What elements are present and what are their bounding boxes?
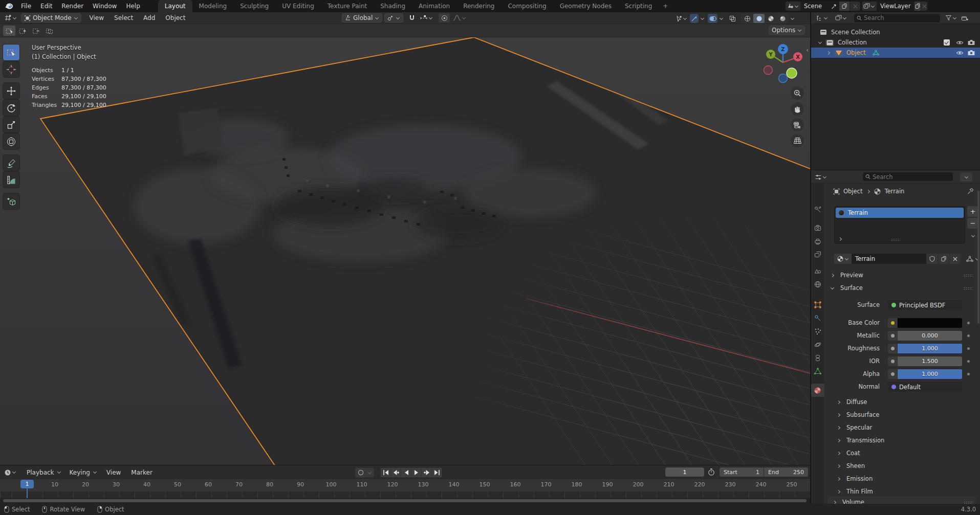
viewlayer-browse-button[interactable]: [862, 2, 877, 11]
properties-options-button[interactable]: [960, 172, 972, 182]
animate-dot[interactable]: [967, 360, 970, 363]
normal-selector[interactable]: Default: [888, 382, 962, 392]
current-frame-field[interactable]: 1: [665, 467, 704, 477]
app-menu-item[interactable]: Window: [88, 0, 121, 12]
viewlayer-remove-button[interactable]: [921, 2, 927, 11]
app-menu-item[interactable]: File: [16, 0, 36, 12]
animate-dot[interactable]: [967, 373, 970, 375]
properties-material-tab[interactable]: [811, 384, 824, 397]
outliner-filter-type[interactable]: [834, 13, 848, 23]
properties-render-tab[interactable]: [811, 222, 824, 234]
base-color-swatch[interactable]: [898, 318, 962, 328]
animate-dot[interactable]: [967, 347, 970, 350]
properties-search[interactable]: [863, 172, 953, 181]
proportional-falloff-selector[interactable]: [452, 13, 467, 23]
alpha-slider[interactable]: 1.000: [898, 369, 962, 379]
properties-tool-tab[interactable]: [811, 204, 824, 216]
scene-browse-button[interactable]: [786, 2, 800, 11]
alpha-socket[interactable]: [888, 369, 897, 379]
pivot-point-selector[interactable]: [384, 13, 403, 23]
scene-name[interactable]: Scene: [800, 3, 829, 10]
snap-target-selector[interactable]: [419, 13, 434, 23]
properties-search-input[interactable]: [873, 173, 950, 181]
material-subsection-header[interactable]: Transmission: [836, 435, 973, 446]
material-unlink-button[interactable]: [950, 254, 960, 264]
workspace-tab[interactable]: Geometry Nodes: [553, 0, 618, 12]
autokey-options[interactable]: [366, 468, 374, 477]
outliner-row-object[interactable]: Object: [811, 48, 980, 58]
cursor-tool[interactable]: [3, 61, 19, 77]
properties-physics-tab[interactable]: [811, 339, 824, 351]
shading-wireframe-button[interactable]: [742, 14, 753, 23]
timeline-editor-type-button[interactable]: [3, 468, 17, 477]
material-copy-button[interactable]: [938, 254, 949, 264]
viewlayer-copy-button[interactable]: [914, 2, 921, 11]
collection-render-icon[interactable]: [968, 39, 975, 46]
gizmos-dropdown[interactable]: [700, 16, 705, 21]
material-subsection-header[interactable]: Emission: [836, 473, 973, 484]
blender-logo-icon[interactable]: [5, 3, 13, 10]
volume-panel-header[interactable]: Volume: [828, 497, 976, 504]
material-slot-list[interactable]: Terrain: [834, 206, 965, 244]
workspace-tab[interactable]: UV Editing: [275, 0, 321, 12]
material-name-field[interactable]: Terrain: [852, 254, 926, 264]
properties-constraints-tab[interactable]: [811, 352, 824, 364]
play-button[interactable]: [411, 468, 421, 477]
workspace-tab[interactable]: Rendering: [456, 0, 501, 12]
metallic-slider[interactable]: 0.000: [898, 331, 962, 341]
properties-scrollbar[interactable]: [977, 191, 979, 324]
breadcrumb-material[interactable]: Terrain: [884, 188, 904, 195]
scale-tool[interactable]: [3, 117, 19, 132]
properties-object-tab[interactable]: [811, 299, 824, 311]
shading-solid-button[interactable]: [753, 14, 765, 23]
scene-copy-button[interactable]: [839, 2, 850, 11]
viewport-menu-item[interactable]: Select: [109, 14, 138, 21]
breadcrumb-object[interactable]: Object: [843, 188, 862, 195]
auto-keyframe-toggle[interactable]: [356, 468, 365, 477]
animate-dot[interactable]: [967, 334, 970, 337]
fake-user-button[interactable]: [926, 254, 938, 264]
frame-end-field[interactable]: End 250: [764, 467, 808, 477]
select-mode-extend-button[interactable]: [16, 26, 29, 36]
collection-expand-icon[interactable]: [818, 40, 822, 45]
shading-rendered-button[interactable]: [777, 14, 788, 23]
outliner-search[interactable]: [854, 14, 940, 23]
object-expand-icon[interactable]: [826, 51, 831, 55]
snap-toggle[interactable]: [407, 13, 417, 23]
timeline-tick-band[interactable]: [0, 491, 810, 498]
properties-data-tab[interactable]: [811, 365, 824, 377]
jump-to-start-button[interactable]: [381, 468, 390, 477]
select-mode-set-button[interactable]: [3, 26, 15, 36]
slot-list-resize-grip[interactable]: [891, 238, 900, 241]
app-menu-item[interactable]: Render: [57, 0, 88, 12]
options-button[interactable]: Options: [769, 26, 805, 35]
editor-type-button[interactable]: [3, 13, 18, 23]
workspace-tab[interactable]: Scripting: [618, 0, 659, 12]
keying-menu[interactable]: Keying: [66, 469, 101, 476]
metallic-socket[interactable]: [888, 331, 897, 341]
app-menu-item[interactable]: Help: [121, 0, 144, 12]
outliner-search-input[interactable]: [864, 14, 938, 21]
playhead-badge[interactable]: 1: [20, 480, 34, 488]
move-tool[interactable]: [3, 83, 19, 99]
outliner-display-mode[interactable]: [815, 13, 829, 23]
frame-start-field[interactable]: Start 1: [720, 467, 764, 477]
material-subsection-header[interactable]: Specular: [836, 422, 973, 433]
selectability-visibility-selector[interactable]: [674, 14, 688, 23]
rotate-tool[interactable]: [3, 100, 19, 116]
shading-material-button[interactable]: [765, 14, 776, 23]
gizmos-toggle[interactable]: [690, 14, 699, 23]
workspace-tab[interactable]: Layout: [158, 0, 192, 12]
properties-scene-tab[interactable]: [811, 265, 824, 277]
collection-hide-icon[interactable]: [956, 40, 964, 46]
overlays-toggle[interactable]: [708, 14, 717, 23]
workspace-tab[interactable]: Modeling: [192, 0, 234, 12]
region-collapse-arrow[interactable]: ‹: [806, 47, 809, 54]
ior-slider[interactable]: 1.500: [898, 356, 962, 366]
select-mode-intersect-button[interactable]: [43, 26, 55, 36]
xray-toggle[interactable]: [728, 14, 737, 23]
timeline-ruler[interactable]: 1020304050607080901001101201301401501601…: [0, 479, 810, 491]
base-color-socket[interactable]: [888, 318, 897, 328]
overlays-dropdown[interactable]: [719, 16, 724, 21]
scene-unlink-button[interactable]: [850, 2, 860, 11]
